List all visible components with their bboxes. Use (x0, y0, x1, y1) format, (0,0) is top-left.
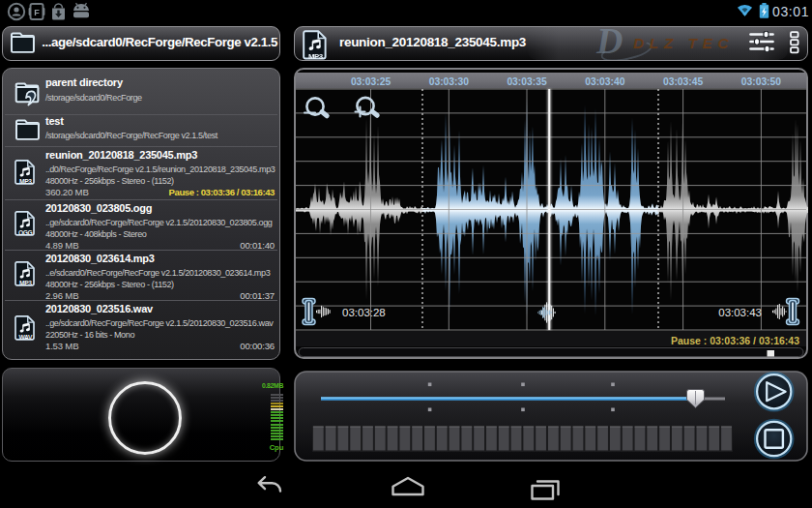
svg-text:03:03:40: 03:03:40 (585, 76, 624, 87)
svg-text:03:03:45: 03:03:45 (663, 76, 703, 87)
svg-text:03:03:25: 03:03:25 (351, 76, 391, 87)
svg-text:Pause : 03:03:36 / 03:16:43: Pause : 03:03:36 / 03:16:43 (671, 335, 799, 346)
svg-text:F: F (34, 8, 40, 17)
svg-text:MP3: MP3 (19, 178, 32, 185)
svg-text:MP3: MP3 (19, 280, 32, 286)
svg-text:WAV: WAV (18, 334, 32, 341)
svg-text:03:03:50: 03:03:50 (741, 76, 781, 87)
svg-text:03:03:28: 03:03:28 (342, 307, 386, 318)
svg-text:MP3: MP3 (308, 52, 324, 61)
svg-text:03:03:43: 03:03:43 (718, 307, 762, 318)
svg-text:OGG: OGG (18, 229, 33, 236)
svg-text:03:03:30: 03:03:30 (429, 76, 469, 87)
svg-text:03:03:35: 03:03:35 (507, 76, 546, 87)
